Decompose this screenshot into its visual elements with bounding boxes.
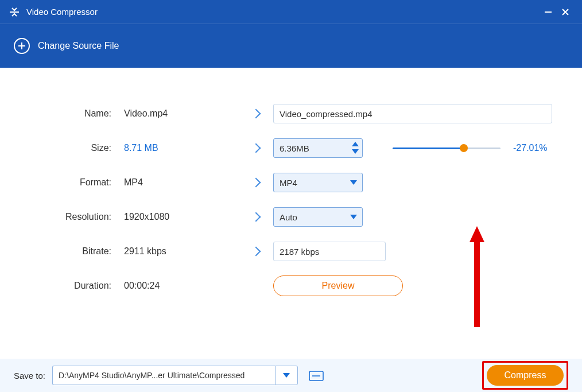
row-size: Size: 8.71 MB -27.01% [17, 137, 565, 160]
label-name: Name: [17, 108, 124, 119]
save-to-label: Save to: [14, 371, 45, 381]
source-format: MP4 [124, 177, 239, 188]
plus-icon [17, 41, 26, 51]
app-logo-icon [8, 6, 21, 18]
chevron-right-icon [251, 109, 261, 119]
label-size: Size: [17, 143, 124, 153]
titlebar: Video Compressor [0, 0, 582, 24]
compress-highlight: Compress [482, 361, 568, 390]
output-bitrate-input[interactable] [273, 242, 386, 261]
output-size-input[interactable] [273, 138, 363, 158]
source-resolution: 1920x1080 [124, 212, 239, 222]
size-slider[interactable] [393, 143, 500, 153]
chevron-right-icon [251, 178, 261, 188]
add-file-button[interactable] [14, 38, 30, 54]
triangle-up-icon [352, 142, 359, 146]
source-bitrate: 2911 kbps [124, 246, 239, 257]
main-panel: Name: Video.mp4 Size: 8.71 MB [0, 68, 582, 297]
label-duration: Duration: [17, 281, 124, 291]
output-name-input[interactable] [273, 104, 552, 123]
change-source-label[interactable]: Change Source File [38, 41, 119, 51]
label-resolution: Resolution: [17, 212, 124, 222]
output-format-value: MP4 [280, 178, 297, 188]
spinner-down-button[interactable] [351, 148, 359, 154]
row-name: Name: Video.mp4 [17, 102, 565, 125]
chevron-right-icon [251, 247, 261, 257]
chevron-right-icon [251, 212, 261, 222]
minimize-icon [544, 7, 553, 17]
caret-down-icon [350, 215, 357, 219]
triangle-down-icon [352, 149, 359, 154]
compress-button[interactable]: Compress [487, 365, 564, 386]
caret-down-icon [283, 373, 290, 378]
spinner-up-button[interactable] [351, 141, 359, 147]
minimize-button[interactable] [540, 3, 557, 21]
preview-button[interactable]: Preview [273, 275, 403, 296]
footer: Save to: Compress [0, 359, 582, 392]
compress-label: Compress [505, 370, 546, 381]
folder-icon [309, 370, 324, 381]
row-duration: Duration: 00:00:24 Preview [17, 274, 565, 297]
output-resolution-select[interactable]: Auto [273, 207, 363, 227]
source-duration: 00:00:24 [124, 281, 239, 291]
output-size-spinner[interactable] [273, 138, 363, 158]
preview-label: Preview [322, 281, 355, 291]
caret-down-icon [350, 180, 357, 185]
close-icon [561, 7, 570, 17]
output-resolution-value: Auto [280, 212, 297, 222]
window-title: Video Compressor [26, 7, 98, 17]
source-name: Video.mp4 [124, 108, 239, 119]
close-button[interactable] [557, 3, 574, 21]
row-bitrate: Bitrate: 2911 kbps [17, 240, 565, 263]
save-path-dropdown[interactable] [275, 366, 298, 385]
label-bitrate: Bitrate: [17, 246, 124, 257]
save-path-group [52, 366, 298, 385]
open-folder-button[interactable] [306, 367, 327, 383]
row-resolution: Resolution: 1920x1080 Auto [17, 205, 565, 228]
source-size: 8.71 MB [124, 143, 239, 153]
row-format: Format: MP4 MP4 [17, 171, 565, 194]
subheader: Change Source File [0, 24, 582, 68]
label-format: Format: [17, 177, 124, 188]
output-format-select[interactable]: MP4 [273, 173, 363, 192]
slider-thumb[interactable] [460, 144, 468, 152]
chevron-right-icon [251, 143, 261, 153]
size-reduction-percent: -27.01% [513, 143, 548, 153]
save-path-input[interactable] [52, 366, 275, 385]
